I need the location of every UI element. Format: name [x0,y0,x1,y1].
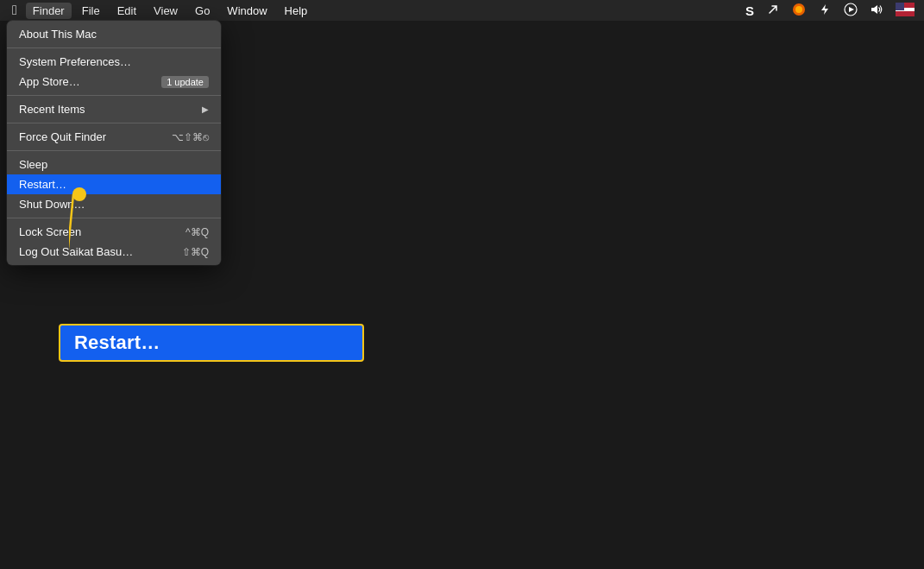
svg-rect-9 [896,3,904,10]
scratchpad-icon[interactable]: S [743,3,757,18]
svg-point-1 [795,6,802,13]
menu-separator-4 [7,150,221,151]
menubar-edit[interactable]: Edit [110,3,143,19]
menubar-help[interactable]: Help [278,3,315,19]
menubar-right: S [743,3,917,19]
apple-menu-dropdown: About This Mac System Preferences… App S… [7,21,221,265]
recent-items-arrow: ▶ [202,104,209,114]
menu-logout[interactable]: Log Out Saikat Basu… ⇧⌘Q [7,242,221,262]
menubar-go[interactable]: Go [188,3,217,19]
menu-force-quit[interactable]: Force Quit Finder ⌥⇧⌘⎋ [7,127,221,147]
menubar-left:  Finder File Edit View Go Window Help [7,1,314,20]
volume-icon[interactable] [867,3,886,19]
menubar-view[interactable]: View [147,3,185,19]
zoom-label-text: Restart… [74,332,160,354]
menu-sleep[interactable]: Sleep [7,155,221,174]
menubar-window[interactable]: Window [220,3,273,19]
svg-rect-5 [871,8,874,11]
menu-recent-items[interactable]: Recent Items ▶ [7,99,221,119]
menu-system-preferences[interactable]: System Preferences… [7,52,221,72]
menu-separator-5 [7,218,221,218]
menubar-file[interactable]: File [75,3,107,19]
menu-separator-2 [7,95,221,96]
logout-shortcut: ⇧⌘Q [182,246,209,258]
menu-lock-screen[interactable]: Lock Screen ^⌘Q [7,222,221,242]
annotation-dot [72,187,86,201]
force-quit-shortcut: ⌥⇧⌘⎋ [172,131,209,143]
svg-marker-4 [849,7,854,12]
menu-app-store[interactable]: App Store… 1 update [7,72,221,92]
firefox-icon[interactable] [789,3,808,19]
menu-restart[interactable]: Restart… [7,174,221,194]
zoom-label-box: Restart… [59,324,364,362]
menu-separator-3 [7,123,221,123]
lock-screen-shortcut: ^⌘Q [185,226,209,238]
arrow-icon[interactable] [764,3,783,19]
flag-icon[interactable] [893,3,917,19]
svg-marker-2 [821,4,828,15]
menu-separator-1 [7,47,221,48]
menubar-finder[interactable]: Finder [26,3,72,19]
play-icon[interactable] [841,3,860,19]
app-store-badge: 1 update [161,76,209,88]
apple-menu-button[interactable]:  [7,1,22,20]
menu-shutdown[interactable]: Shut Down… [7,194,221,214]
menu-about-this-mac[interactable]: About This Mac [7,24,221,44]
thunder-icon[interactable] [815,3,834,19]
menubar:  Finder File Edit View Go Window Help S [0,0,924,21]
svg-marker-6 [874,5,877,14]
